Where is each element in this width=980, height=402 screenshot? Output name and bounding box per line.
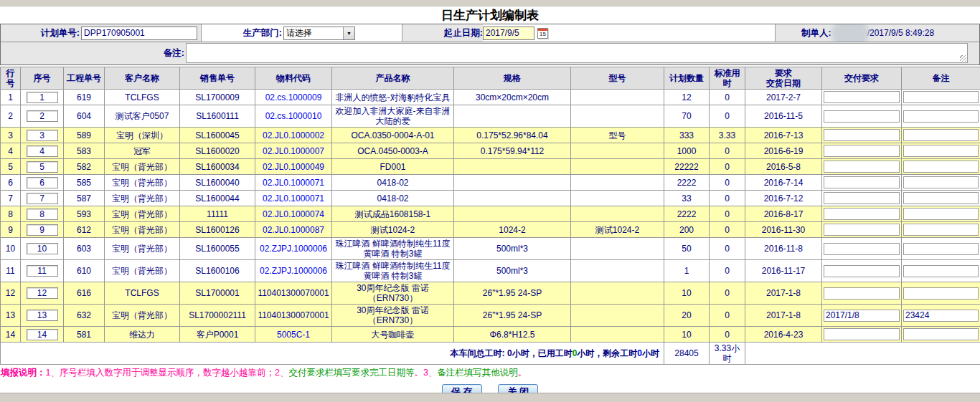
cell-std-hours: 0 — [710, 222, 745, 238]
row-remark-input[interactable] — [903, 145, 979, 157]
row-remark-input[interactable] — [903, 224, 979, 236]
delivery-req-input[interactable] — [824, 91, 900, 103]
seq-input[interactable] — [27, 265, 58, 277]
cell-std-hours: 0 — [710, 238, 745, 260]
delivery-req-input[interactable] — [824, 328, 900, 340]
text-segment: 。 — [518, 368, 527, 378]
plan-no-label: 计划单号: — [1, 27, 80, 39]
cell-row-no: 3 — [1, 128, 21, 143]
cell-delivery-req — [822, 105, 902, 128]
cell-product: 0418-02 — [332, 175, 454, 191]
cell-qty: 1000 — [664, 143, 710, 159]
seq-input[interactable] — [27, 243, 58, 254]
seq-input[interactable] — [27, 310, 58, 321]
cell-customer: 宝明（背光部） — [105, 260, 180, 282]
delivery-req-input[interactable] — [824, 176, 900, 188]
cell-delivery-req — [822, 159, 902, 175]
row-remark-input[interactable] — [903, 176, 979, 188]
row-remark-input[interactable] — [903, 192, 979, 204]
row-remark-input[interactable] — [903, 287, 979, 300]
resize-handle-icon[interactable] — [960, 55, 966, 62]
cell-row-no: 10 — [1, 238, 21, 260]
cell-product: FD001 — [332, 159, 454, 175]
delivery-req-input[interactable] — [824, 161, 900, 173]
row-remark-input[interactable] — [903, 91, 979, 103]
column-header-10: 标准用时 — [710, 67, 745, 90]
cell-material-code: 02.ZJPJ.1000006 — [255, 260, 332, 282]
cell-seq — [21, 238, 64, 260]
cell-qty: 1 — [664, 260, 710, 282]
cell-spec: 500ml*3 — [454, 238, 571, 260]
row-remark-input[interactable] — [903, 208, 979, 220]
delivery-req-input[interactable] — [824, 310, 900, 322]
cell-row-no: 6 — [1, 175, 21, 191]
seq-input[interactable] — [27, 209, 58, 220]
seq-input[interactable] — [27, 161, 58, 173]
seq-input[interactable] — [27, 224, 58, 236]
cell-sales-no: SL1700002111 — [180, 305, 255, 327]
cell-qty: 33 — [664, 191, 710, 206]
cell-material-code: 02.JL0.1000049 — [255, 159, 332, 175]
seq-input[interactable] — [27, 193, 58, 204]
row-remark-input[interactable] — [903, 243, 979, 255]
column-header-4: 销售单号 — [180, 67, 255, 90]
cell-order-no: 581 — [64, 327, 105, 343]
row-remark-input[interactable] — [903, 161, 979, 173]
row-remark-input[interactable] — [903, 110, 979, 123]
delivery-req-input[interactable] — [824, 287, 900, 300]
cell-product: 珠江啤酒 鲜啤酒特制纯生11度 黄啤酒 特制3罐 — [332, 238, 454, 260]
remark-textarea[interactable] — [186, 43, 968, 63]
delivery-req-input[interactable] — [824, 265, 900, 277]
delivery-req-input[interactable] — [824, 224, 900, 236]
seq-input[interactable] — [27, 287, 58, 299]
cell-delivery-date: 2016-11-30 — [745, 222, 822, 238]
row-remark-input[interactable] — [903, 129, 979, 141]
cell-seq — [21, 90, 64, 105]
delivery-req-input[interactable] — [824, 129, 900, 141]
cell-product: 测试1024-2 — [332, 222, 454, 238]
seq-input[interactable] — [27, 130, 58, 141]
seq-input[interactable] — [27, 177, 58, 188]
cell-std-hours: 0 — [710, 327, 745, 343]
column-header-7: 规格 — [454, 67, 571, 90]
seq-input[interactable] — [27, 329, 58, 340]
row-remark-input[interactable] — [903, 328, 979, 340]
cell-material-code: 02.JL0.1000087 — [255, 222, 332, 238]
cell-row-no: 8 — [1, 206, 21, 222]
remark-label: 备注: — [164, 47, 184, 59]
column-header-12: 交付要求 — [822, 67, 902, 90]
cell-delivery-date: 2016-11-5 — [745, 105, 822, 128]
cell-row-no: 2 — [1, 105, 21, 128]
plan-no-input[interactable] — [81, 27, 197, 40]
cell-std-hours: 0 — [710, 105, 745, 128]
seq-input[interactable] — [27, 110, 58, 122]
cell-spec — [454, 159, 571, 175]
date-input[interactable] — [483, 27, 534, 40]
cell-product: 0418-02 — [332, 191, 454, 206]
cell-delivery-req — [822, 222, 902, 238]
cell-sales-no: SL1600034 — [180, 159, 255, 175]
table-row: 13632宝明（背光部）SL17000021111104013000700013… — [1, 305, 980, 327]
seq-input[interactable] — [27, 145, 58, 157]
cell-material-code: 02.JL0.1000007 — [255, 143, 332, 159]
calendar-icon[interactable]: 15 — [537, 28, 548, 39]
cell-remark — [902, 105, 980, 128]
delivery-req-input[interactable] — [824, 110, 900, 123]
cell-delivery-date: 2017-1-8 — [745, 282, 822, 305]
row-remark-input[interactable] — [903, 310, 979, 322]
cell-model — [571, 327, 664, 343]
cell-customer: 测试客户0507 — [105, 105, 180, 128]
delivery-req-input[interactable] — [824, 145, 900, 157]
seq-input[interactable] — [27, 92, 58, 103]
department-select[interactable]: 请选择 ▼ — [283, 27, 355, 40]
cell-model — [571, 206, 664, 222]
delivery-req-input[interactable] — [824, 208, 900, 220]
delivery-req-input[interactable] — [824, 243, 900, 255]
cell-product: 大号咖啡壶 — [332, 327, 454, 343]
cell-std-hours: 0 — [710, 260, 745, 282]
cell-model — [571, 260, 664, 282]
cell-seq — [21, 159, 64, 175]
delivery-req-input[interactable] — [824, 192, 900, 204]
dropdown-arrow-icon[interactable]: ▼ — [343, 27, 354, 39]
row-remark-input[interactable] — [903, 265, 979, 277]
